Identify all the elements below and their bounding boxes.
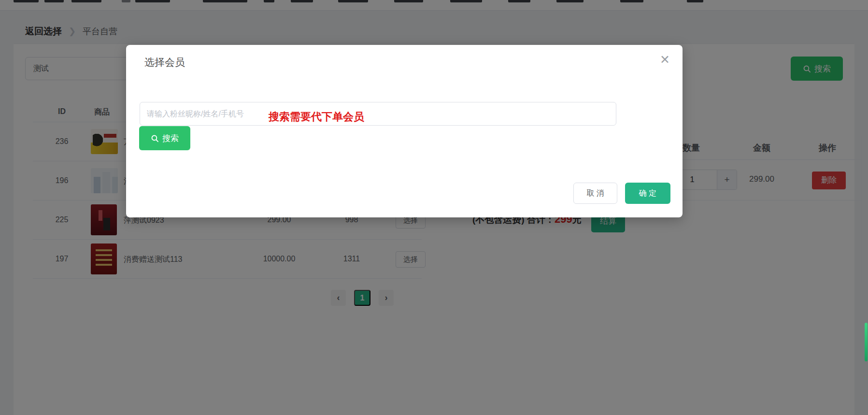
member-search-button[interactable]: 搜索 (139, 126, 190, 150)
page: 返回选择 ❯ 平台自营 搜索 ID 商品 236 万道 1 (0, 0, 868, 415)
search-icon (151, 134, 159, 143)
select-member-modal: 选择会员 ✕ 搜索需要代下单会员 搜索 取 消 确 定 (126, 45, 683, 217)
confirm-button[interactable]: 确 定 (625, 183, 670, 204)
cancel-button[interactable]: 取 消 (573, 183, 617, 204)
close-icon[interactable]: ✕ (658, 52, 672, 68)
member-search-input[interactable] (140, 102, 616, 126)
scrollbar-thumb[interactable] (865, 323, 868, 361)
modal-title: 选择会员 (144, 56, 185, 69)
member-search-label: 搜索 (162, 133, 179, 144)
